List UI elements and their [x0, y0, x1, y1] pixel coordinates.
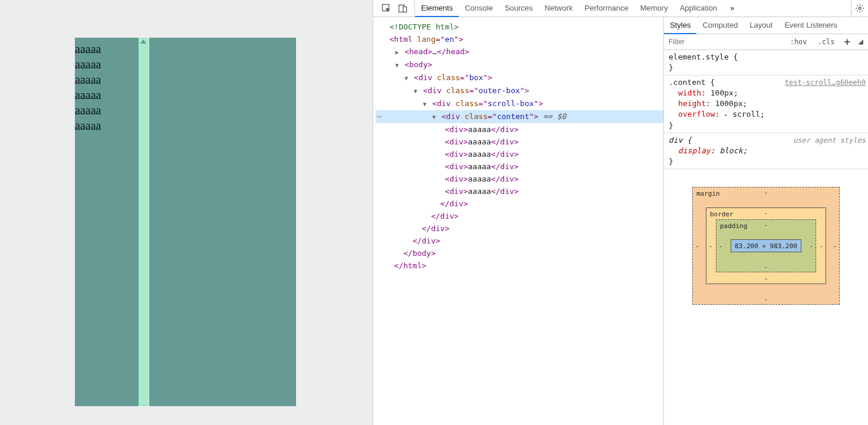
side-tab-event-label: Event Listeners — [784, 21, 837, 29]
dom-line[interactable]: </div> — [376, 197, 663, 210]
tab-network[interactable]: Network — [539, 0, 579, 17]
expand-toggle-icon[interactable] — [394, 45, 400, 58]
expand-toggle-icon[interactable] — [431, 110, 437, 123]
tab-application-label: Application — [680, 4, 718, 12]
side-tab-styles[interactable]: Styles — [664, 17, 696, 34]
css-prop-name[interactable]: overflow — [678, 110, 715, 118]
styles-more-icon[interactable]: ◢ — [857, 39, 864, 45]
box-model-padding-right[interactable]: - — [809, 242, 813, 250]
box-model-padding-bottom[interactable]: - — [764, 263, 768, 271]
highlight-scrollbar-region — [139, 38, 149, 406]
tab-sources[interactable]: Sources — [499, 0, 539, 17]
css-prop-name[interactable]: height — [678, 99, 706, 108]
tab-application[interactable]: Application — [674, 0, 724, 17]
dom-line[interactable]: <div>aaaaa</div> — [376, 160, 663, 173]
tab-performance[interactable]: Performance — [578, 0, 634, 17]
cls-toggle[interactable]: .cls — [816, 38, 837, 46]
dom-line[interactable]: </html> — [376, 259, 663, 272]
dom-line[interactable]: <div class="box"> — [376, 71, 663, 84]
expand-toggle-icon[interactable] — [413, 84, 419, 97]
dom-line[interactable]: </div> — [376, 210, 663, 222]
rule-element-style[interactable]: element.style { } — [664, 50, 868, 75]
rule-user-agent-div[interactable]: user agent styles div { display: block; … — [664, 133, 868, 169]
box-model-margin-left[interactable]: - — [695, 242, 699, 250]
inspect-element-icon[interactable] — [378, 0, 394, 17]
preview-text-content: aaaaa aaaaa aaaaa aaaaa aaaaa aaaaa — [75, 41, 101, 133]
box-model-padding-top[interactable]: - — [764, 221, 768, 229]
tag-name: html — [394, 35, 412, 44]
dom-line[interactable]: <div class="scroll-box"> — [376, 97, 663, 110]
dom-line-selected[interactable]: ⋯ <div class="content"> == $0 — [376, 110, 663, 123]
dom-line[interactable]: </body> — [376, 247, 663, 259]
box-model-margin-bottom[interactable]: - — [764, 295, 768, 303]
expand-toggle-icon[interactable] — [394, 58, 400, 71]
preview-row: aaaaa — [75, 72, 101, 87]
expand-toggle-icon[interactable] — [403, 71, 409, 84]
side-tab-event-listeners[interactable]: Event Listeners — [778, 17, 843, 34]
text-node: aaaaa — [468, 137, 491, 146]
tag-name: head — [409, 47, 428, 56]
dom-line[interactable]: <div>aaaaa</div> — [376, 123, 663, 136]
dom-line[interactable]: <div class="outer-box"> — [376, 84, 663, 97]
style-rules: element.style { } test-scroll…g60eeh0 .c… — [664, 50, 868, 169]
box-model-margin-top[interactable]: - — [764, 189, 768, 196]
css-prop-value[interactable]: 1000px — [715, 99, 743, 108]
box-model-border-right[interactable]: - — [819, 242, 823, 250]
devtools-settings-group — [851, 0, 868, 17]
box-model-padding-label: padding — [720, 222, 747, 230]
rule-source-link[interactable]: test-scroll…g60eeh0 — [785, 77, 866, 88]
dom-line[interactable]: <div>aaaaa</div> — [376, 136, 663, 148]
dom-line[interactable]: </div> — [376, 235, 663, 247]
text-node: aaaaa — [468, 187, 491, 196]
dom-line[interactable]: <div>aaaaa</div> — [376, 148, 663, 160]
rule-content[interactable]: test-scroll…g60eeh0 .content { width: 10… — [664, 75, 868, 133]
shorthand-expand-icon[interactable]: ▸ — [724, 111, 728, 118]
side-tab-layout[interactable]: Layout — [744, 17, 778, 34]
attr-name: class — [465, 112, 488, 121]
box-model-margin-label: margin — [696, 190, 720, 197]
attr-value: box — [469, 73, 483, 82]
dom-line[interactable]: <head>…</head> — [376, 45, 663, 58]
dom-line[interactable]: </div> — [376, 222, 663, 235]
box-model-border[interactable]: border - - - - padding - - - - — [706, 207, 826, 284]
dom-line[interactable]: <body> — [376, 58, 663, 71]
tabs-overflow-button[interactable]: » — [724, 0, 740, 17]
box-model-padding[interactable]: padding - - - - 83.200 × 983.200 — [716, 219, 816, 272]
device-toolbar-icon[interactable] — [394, 0, 411, 17]
tab-console[interactable]: Console — [459, 0, 499, 17]
tag-name: div — [500, 174, 514, 183]
settings-gear-icon[interactable] — [851, 0, 868, 17]
tab-network-label: Network — [545, 4, 573, 12]
box-model-content[interactable]: 83.200 × 983.200 — [731, 239, 801, 252]
attr-value: scroll-box — [488, 99, 534, 108]
selection-marker-icon: ⋯ — [377, 110, 382, 123]
preview-row: aaaaa — [75, 57, 101, 72]
side-tab-computed[interactable]: Computed — [696, 17, 744, 34]
dom-line[interactable]: <div>aaaaa</div> — [376, 173, 663, 185]
box-model-padding-left[interactable]: - — [719, 242, 723, 250]
box-model-border-bottom[interactable]: - — [764, 275, 768, 282]
tag-name: html — [403, 261, 422, 270]
elements-tree[interactable]: <!DOCTYPE html> <html lang="en"> <head>…… — [373, 17, 663, 425]
box-model-border-top[interactable]: - — [764, 209, 768, 217]
attr-value: en — [445, 35, 454, 44]
tag-name: div — [437, 99, 451, 108]
dom-line[interactable]: <div>aaaaa</div> — [376, 185, 663, 197]
box-model-margin-right[interactable]: - — [833, 242, 837, 250]
styles-filter-input[interactable] — [668, 37, 782, 47]
tab-elements[interactable]: Elements — [415, 0, 459, 17]
box-model-margin[interactable]: margin - - - - border - - - - padding — [692, 187, 840, 305]
expand-toggle-icon[interactable] — [422, 97, 428, 110]
css-prop-name[interactable]: width — [678, 88, 701, 97]
new-style-rule-button[interactable]: + — [843, 37, 851, 47]
css-prop-value[interactable]: 100px — [711, 88, 734, 97]
css-prop-value[interactable]: scroll — [732, 110, 760, 118]
tag-name: div — [449, 150, 463, 159]
rule-close-brace: } — [669, 157, 673, 166]
css-prop-name: display — [678, 146, 711, 155]
hov-toggle[interactable]: :hov — [788, 38, 810, 46]
dom-line[interactable]: <html lang="en"> — [376, 33, 663, 45]
tab-memory[interactable]: Memory — [634, 0, 674, 17]
box-model-border-left[interactable]: - — [709, 242, 713, 250]
dom-line[interactable]: <!DOCTYPE html> — [376, 21, 663, 33]
